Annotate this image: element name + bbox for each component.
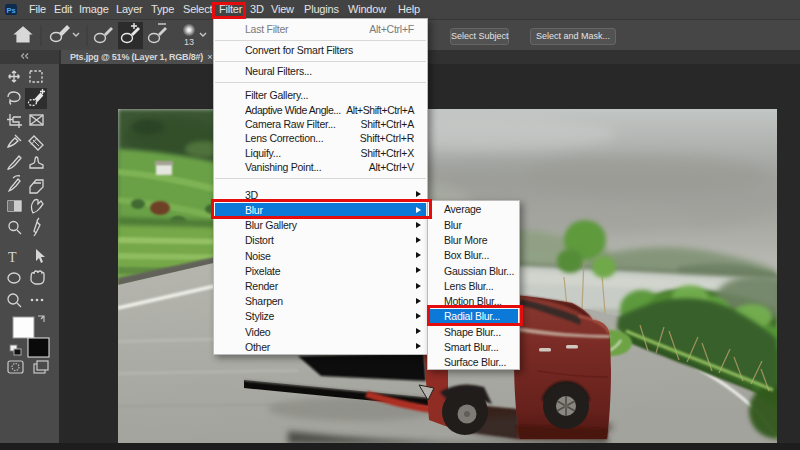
- svg-text:13: 13: [184, 37, 194, 47]
- svg-text:Ps: Ps: [6, 6, 15, 15]
- svg-text:T: T: [8, 250, 17, 265]
